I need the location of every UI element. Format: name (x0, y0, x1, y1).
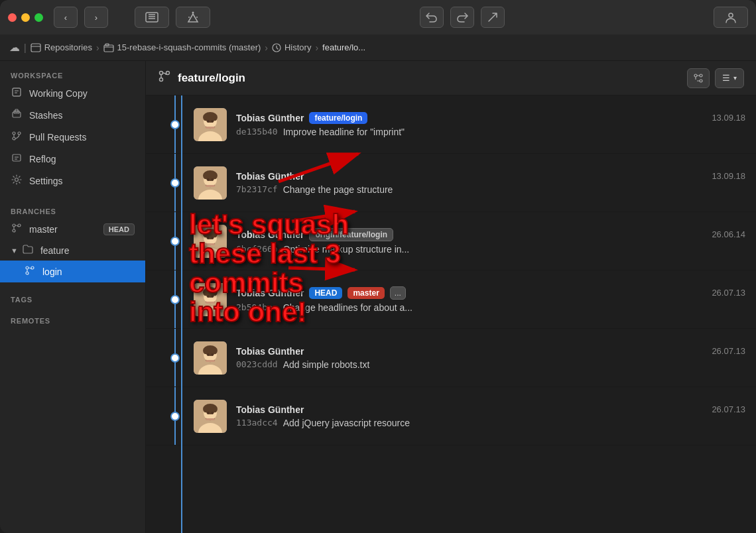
graph-node (157, 270, 194, 328)
commit-row[interactable]: Tobias Günther 13.09.18 7b2317cf Change … (146, 154, 756, 212)
sidebar-item-login[interactable]: login (0, 261, 145, 282)
svg-rect-52 (206, 127, 215, 129)
pull-requests-label: Pull Requests (29, 132, 135, 143)
commit-info: Tobias Günther feature/login 13.09.18 de… (236, 112, 745, 137)
branch-actions: ☰ ▾ (687, 68, 744, 88)
expand-button[interactable] (481, 7, 505, 28)
commit-date: 26.07.13 (712, 288, 745, 298)
sidebar: Workspace Working Copy (0, 61, 146, 533)
commit-tag-dots: ... (390, 286, 406, 300)
menu-button[interactable]: ☰ ▾ (715, 68, 744, 88)
svg-point-84 (204, 354, 207, 358)
fetch-button[interactable] (135, 7, 169, 28)
svg-rect-23 (13, 154, 21, 161)
sidebar-item-reflog[interactable]: Reflog (0, 148, 145, 170)
avatar (194, 225, 227, 258)
svg-point-51 (212, 120, 214, 123)
svg-point-5 (188, 17, 190, 18)
commit-message: Add simple robots.txt (283, 359, 370, 370)
breadcrumb-repositories[interactable]: Repositories (31, 42, 92, 52)
svg-point-60 (212, 178, 214, 181)
svg-point-26 (15, 178, 19, 182)
svg-point-48 (204, 121, 207, 125)
sidebar-item-settings[interactable]: Settings (0, 170, 145, 192)
commit-info: Tobias Günther 26.07.13 113adcc4 Add jQu… (236, 404, 745, 428)
commit-message: Improve headline for "imprint" (283, 127, 405, 137)
graph-node (157, 387, 194, 445)
graph-node (157, 329, 194, 386)
commit-row[interactable]: Tobias Günther HEAD master ... 26.07.13 … (146, 270, 756, 329)
svg-point-94 (214, 412, 216, 416)
commit-row[interactable]: Tobias Günther 26.07.13 113adcc4 Add jQu… (146, 387, 756, 445)
tags-section-label: Tags (0, 290, 145, 306)
commit-message: Add jQuery javascript resource (283, 418, 410, 428)
commit-author: Tobias Günther (236, 229, 304, 240)
commit-date: 26.07.13 (712, 346, 745, 356)
svg-rect-79 (206, 302, 215, 304)
feature-label: feature (40, 245, 70, 256)
profile-button[interactable] (714, 7, 748, 28)
commit-row[interactable]: Tobias Günther feature/login 13.09.18 de… (146, 95, 756, 154)
commit-row[interactable]: Tobias Günther origin/feature/login 26.0… (146, 212, 756, 270)
fullscreen-button[interactable] (34, 13, 43, 22)
svg-rect-13 (13, 88, 21, 96)
commit-row[interactable]: Tobias Günther 26.07.13 0023cddd Add sim… (146, 329, 756, 387)
commit-message: Optimize markup structure in... (283, 244, 410, 255)
svg-point-59 (208, 178, 210, 181)
svg-point-29 (18, 224, 21, 227)
traffic-lights (8, 13, 43, 22)
branches-label: Branches (0, 202, 145, 218)
avatar (194, 341, 227, 375)
commit-tag-master: master (347, 287, 384, 299)
workspace-label: Workspace (0, 66, 145, 82)
commit-tag: feature/login (309, 112, 367, 124)
avatar (194, 166, 227, 200)
svg-rect-8 (31, 44, 40, 52)
avatar (194, 400, 227, 433)
commit-info: Tobias Günther origin/feature/login 26.0… (236, 228, 745, 255)
commit-date: 13.09.18 (712, 171, 745, 181)
commit-message: Change headlines for about a... (283, 302, 412, 313)
svg-point-66 (204, 237, 207, 241)
svg-rect-61 (206, 185, 215, 187)
settings-label: Settings (29, 176, 135, 186)
commit-hash: de135b40 (236, 127, 278, 137)
magic-button[interactable] (176, 7, 210, 28)
redo-button[interactable] (450, 7, 474, 28)
sidebar-item-feature[interactable]: ▼ feature (0, 240, 145, 261)
svg-point-68 (208, 237, 210, 239)
svg-point-35 (160, 72, 163, 75)
commit-tag: origin/feature/login (309, 228, 393, 241)
sidebar-item-pull-requests[interactable]: Pull Requests (0, 126, 145, 148)
commit-list[interactable]: Tobias Günther feature/login 13.09.18 de… (146, 95, 756, 533)
login-label: login (42, 266, 135, 277)
commit-author: Tobias Günther (236, 113, 304, 123)
commit-author: Tobias Günther (236, 171, 304, 182)
compare-button[interactable] (687, 68, 710, 88)
forward-button[interactable]: › (84, 7, 108, 28)
close-button[interactable] (8, 13, 17, 22)
sidebar-item-master[interactable]: master HEAD (0, 218, 145, 240)
undo-button[interactable] (420, 7, 444, 28)
sidebar-item-working-copy[interactable]: Working Copy (0, 82, 145, 104)
svg-point-31 (26, 266, 29, 269)
avatar (194, 283, 227, 316)
minimize-button[interactable] (21, 13, 30, 22)
pull-requests-icon (11, 131, 23, 143)
avatar (194, 108, 227, 141)
breadcrumb-repo[interactable]: 15-rebase-i-squash-commits (master) (103, 42, 261, 52)
history-label: History (284, 42, 311, 52)
reflog-label: Reflog (29, 154, 135, 164)
commit-date: 26.07.13 (712, 404, 745, 414)
stashes-icon (11, 109, 23, 121)
remotes-section-label: Remotes (0, 312, 145, 327)
graph-node (157, 212, 194, 270)
commit-hash: 0023cddd (236, 359, 278, 369)
breadcrumb-history[interactable]: History (272, 42, 311, 52)
back-button[interactable]: ‹ (54, 7, 78, 28)
sidebar-item-stashes[interactable]: Stashes (0, 104, 145, 126)
branch-name: feature/login (178, 72, 680, 85)
folder-icon (22, 245, 34, 256)
svg-point-6 (196, 17, 198, 18)
svg-point-33 (31, 266, 34, 269)
